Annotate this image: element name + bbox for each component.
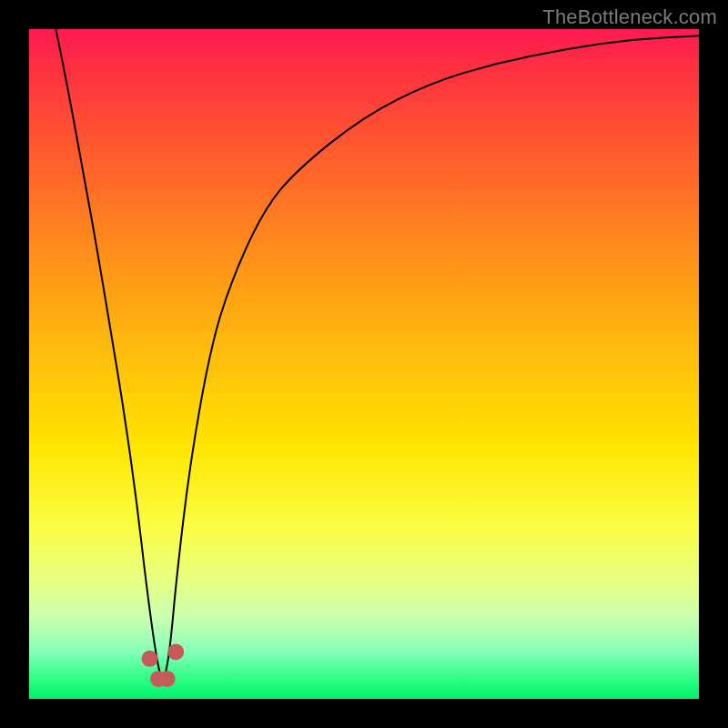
plot-area	[29, 29, 699, 699]
watermark-text: TheBottleneck.com	[542, 5, 717, 29]
curve-marker	[159, 671, 176, 687]
curve-marker	[141, 651, 157, 667]
chart-frame: TheBottleneck.com	[0, 0, 728, 728]
curve-marker	[167, 643, 184, 660]
bottleneck-curve	[56, 29, 699, 678]
curve-markers	[141, 643, 184, 686]
bottleneck-curve-svg	[29, 29, 699, 699]
